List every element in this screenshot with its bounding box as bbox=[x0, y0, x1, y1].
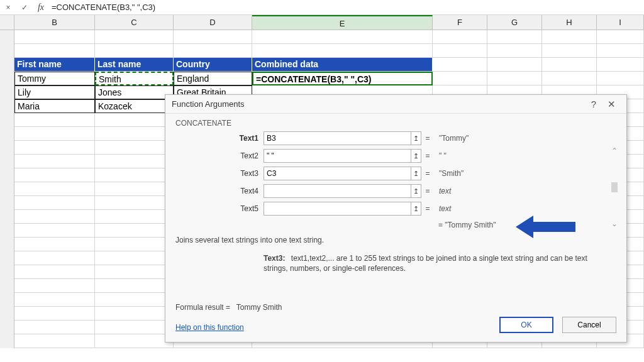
cell[interactable] bbox=[597, 44, 644, 58]
dialog-title: Function Arguments bbox=[172, 99, 585, 109]
cell-B4[interactable]: Lily bbox=[14, 85, 95, 99]
range-select-icon[interactable]: ↥ bbox=[411, 131, 421, 145]
cell[interactable] bbox=[542, 44, 597, 58]
cell[interactable] bbox=[174, 30, 252, 44]
col-header-D[interactable]: D bbox=[174, 15, 252, 30]
argument-hint: Text3: text1,text2,... are 1 to 255 text… bbox=[264, 253, 591, 273]
col-header-H[interactable]: H bbox=[542, 15, 597, 30]
cell[interactable] bbox=[95, 44, 174, 58]
select-all-corner[interactable] bbox=[0, 15, 14, 30]
scroll-up-icon[interactable]: ⌃ bbox=[611, 146, 618, 155]
column-header-strip: B C D E F G H I bbox=[0, 15, 644, 30]
cell[interactable] bbox=[433, 44, 487, 58]
close-icon[interactable]: ✕ bbox=[602, 99, 620, 110]
cell[interactable] bbox=[433, 30, 487, 44]
scroll-thumb[interactable] bbox=[611, 182, 618, 192]
range-select-icon[interactable]: ↥ bbox=[411, 184, 421, 198]
arg-input-text1[interactable] bbox=[264, 131, 411, 145]
cell[interactable] bbox=[542, 30, 597, 44]
formula-enter-icon[interactable]: ✓ bbox=[19, 2, 30, 13]
hint-label: Text3: bbox=[264, 254, 285, 263]
argument-grid: Text1 ↥ = "Tommy" Text2 ↥ = " " Text3 ↥ … bbox=[175, 131, 616, 216]
function-arguments-dialog: Function Arguments ? ✕ CONCATENATE Text1… bbox=[165, 94, 627, 343]
arg-label-text2: Text2 bbox=[175, 151, 264, 160]
arg-label-text1: Text1 bbox=[175, 134, 264, 143]
table-header-lastname[interactable]: Last name bbox=[95, 58, 174, 72]
cell-C4[interactable]: Jones bbox=[95, 85, 174, 99]
arg-label-text4: Text4 bbox=[175, 187, 264, 195]
cell[interactable] bbox=[252, 30, 433, 44]
cell[interactable] bbox=[597, 30, 644, 44]
range-select-icon[interactable]: ↥ bbox=[411, 149, 421, 163]
cell[interactable] bbox=[252, 44, 433, 58]
cancel-button[interactable]: Cancel bbox=[562, 317, 616, 333]
cell[interactable] bbox=[487, 30, 542, 44]
table-header-country[interactable]: Country bbox=[174, 58, 252, 72]
col-header-G[interactable]: G bbox=[487, 15, 542, 30]
cell[interactable] bbox=[487, 44, 542, 58]
arg-input-text5[interactable] bbox=[264, 202, 411, 216]
cell[interactable] bbox=[597, 58, 644, 72]
cell-B5[interactable]: Maria bbox=[14, 99, 95, 113]
table-header-combined[interactable]: Combined data bbox=[252, 58, 433, 72]
help-on-function-link[interactable]: Help on this function bbox=[175, 323, 244, 332]
cell-C3[interactable]: Smith bbox=[95, 72, 174, 85]
cell[interactable] bbox=[542, 58, 597, 72]
formula-cancel-icon[interactable]: × bbox=[3, 2, 14, 13]
arg-input-text3[interactable] bbox=[264, 167, 411, 180]
function-description: Joins several text strings into one text… bbox=[175, 236, 616, 244]
col-header-F[interactable]: F bbox=[433, 15, 487, 30]
function-name-label: CONCATENATE bbox=[175, 119, 616, 128]
result-preview: = "Tommy Smith" bbox=[438, 221, 616, 229]
cell-E3[interactable]: =CONCATENATE(B3," ",C3) bbox=[252, 72, 433, 85]
cell[interactable] bbox=[14, 44, 95, 58]
col-header-I[interactable]: I bbox=[597, 15, 644, 30]
cell[interactable] bbox=[487, 58, 542, 72]
col-header-B[interactable]: B bbox=[14, 15, 95, 30]
range-select-icon[interactable]: ↥ bbox=[411, 202, 421, 216]
arg-label-text5: Text5 bbox=[175, 204, 264, 213]
col-header-E[interactable]: E bbox=[252, 15, 433, 30]
arg-input-text2[interactable] bbox=[264, 149, 411, 163]
cell[interactable] bbox=[433, 72, 487, 85]
cell[interactable] bbox=[597, 72, 644, 85]
cell[interactable] bbox=[95, 30, 174, 44]
table-header-firstname[interactable]: First name bbox=[14, 58, 95, 72]
cell[interactable] bbox=[433, 58, 487, 72]
cell[interactable] bbox=[487, 72, 542, 85]
hint-text: text1,text2,... are 1 to 255 text string… bbox=[264, 254, 587, 273]
dialog-titlebar[interactable]: Function Arguments ? ✕ bbox=[165, 95, 626, 114]
cell[interactable] bbox=[174, 44, 252, 58]
arg-preview-text3: "Smith" bbox=[439, 169, 596, 178]
arg-preview-text4: text bbox=[439, 187, 596, 195]
argument-scrollbar[interactable]: ⌃ ⌄ bbox=[609, 146, 620, 228]
formula-bar: × ✓ fx =CONCATENATE(B3," ",C3) bbox=[0, 0, 644, 15]
arg-preview-text5: text bbox=[439, 204, 596, 213]
insert-function-icon[interactable]: fx bbox=[35, 2, 47, 13]
range-select-icon[interactable]: ↥ bbox=[411, 167, 421, 180]
dialog-button-row: OK Cancel bbox=[499, 317, 616, 333]
cell[interactable] bbox=[14, 30, 95, 44]
arg-preview-text2: " " bbox=[439, 151, 596, 160]
arg-label-text3: Text3 bbox=[175, 169, 264, 178]
help-icon[interactable]: ? bbox=[585, 99, 602, 109]
table-row: Tommy Smith England =CONCATENATE(B3," ",… bbox=[0, 72, 644, 85]
cell-D3[interactable]: England bbox=[174, 72, 252, 85]
ok-button[interactable]: OK bbox=[499, 317, 553, 333]
arg-preview-text1: "Tommy" bbox=[439, 134, 596, 143]
equals-label: = bbox=[421, 134, 434, 143]
cell[interactable] bbox=[542, 72, 597, 85]
cell-B3[interactable]: Tommy bbox=[14, 72, 95, 85]
arg-input-text4[interactable] bbox=[264, 184, 411, 198]
col-header-C[interactable]: C bbox=[95, 15, 174, 30]
cell-C5[interactable]: Kozacek bbox=[95, 99, 174, 113]
formula-result: Formula result = Tommy Smith bbox=[175, 303, 282, 312]
formula-input[interactable]: =CONCATENATE(B3," ",C3) bbox=[52, 3, 155, 12]
